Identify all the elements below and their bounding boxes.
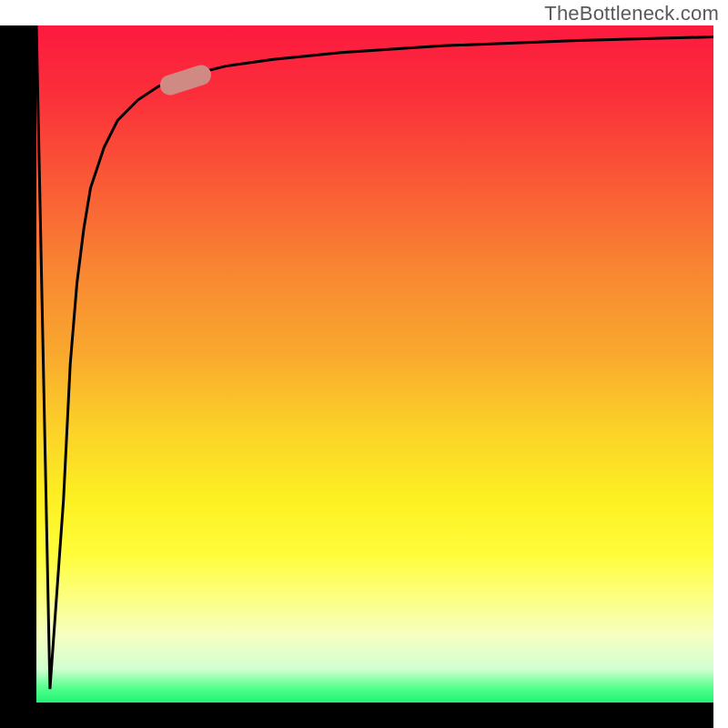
x-axis-bar	[0, 702, 713, 728]
y-axis-bar	[0, 25, 36, 703]
chart-plot-area	[36, 25, 713, 703]
watermark-text: TheBottleneck.com	[544, 2, 719, 25]
bottleneck-curve	[36, 25, 713, 703]
